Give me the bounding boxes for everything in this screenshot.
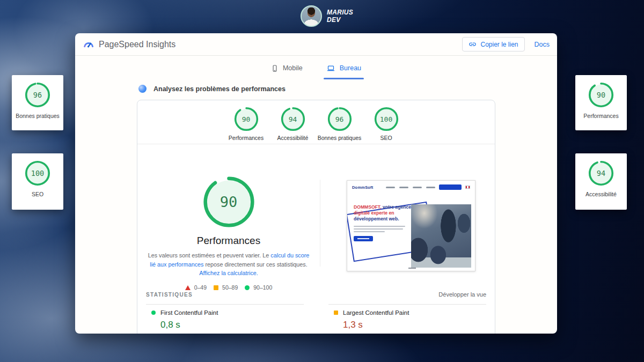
disclaimer-text: Les valeurs sont estimées et peuvent var… (148, 252, 271, 258)
floating-card-bonnes-pratiques: 96 Bonnes pratiques (12, 75, 63, 130)
summary-scores: 90 Performances 94 Accessibilité 96 Bonn… (137, 107, 495, 141)
circle-icon (245, 285, 250, 290)
metrics-row: First Contentful Paint 0,8 s Largest Con… (146, 304, 486, 334)
preview-headline: DOMMSOFT, votre agence digitale experte … (354, 204, 412, 223)
tab-desktop-label: Bureau (340, 64, 361, 72)
laptop-icon (326, 64, 335, 72)
metric-largest-contentful-paint: Largest Contentful Paint 1,3 s (328, 304, 486, 334)
tab-desktop[interactable]: Bureau (325, 56, 363, 80)
score-gauge: 100 (25, 160, 50, 186)
legend-item-fail: 0–49 (185, 284, 207, 291)
score-label: Accessibilité (277, 135, 309, 141)
summary-score-performances: 90 Performances (224, 107, 268, 141)
score-gauge: 96 (327, 107, 352, 131)
legend-range: 0–49 (194, 284, 207, 291)
score-label: Accessibilité (586, 191, 617, 197)
legend-range: 90–100 (253, 284, 272, 291)
copy-link-label: Copier le lien (480, 41, 518, 48)
score-label: Bonnes pratiques (318, 135, 362, 141)
preview-nav-link (399, 187, 408, 188)
metric-value: 0,8 s (160, 320, 304, 330)
pagespeed-header: PageSpeed Insights Copier le lien Docs (75, 33, 557, 56)
preview-hero-text: DOMMSOFT, votre agence digitale experte … (354, 204, 412, 241)
copy-link-button[interactable]: Copier le lien (462, 37, 524, 51)
calculator-link[interactable]: Affichez la calculatrice. (199, 270, 258, 276)
presenter-avatar (301, 5, 322, 27)
page-title: PageSpeed Insights (99, 40, 175, 49)
summary-score-bonnes-pratiques: 96 Bonnes pratiques (318, 107, 362, 141)
metric-first-contentful-paint: First Contentful Paint 0,8 s (146, 304, 304, 334)
floating-card-accessibilite: 94 Accessibilité (575, 153, 627, 210)
performance-section: 90 Performances Les valeurs sont estimée… (137, 144, 495, 290)
preview-nav-link (413, 187, 422, 188)
link-icon (469, 40, 477, 48)
presenter-badge: MARIUS DEV (301, 5, 361, 27)
section-header: Analysez les problèmes de performances (138, 85, 286, 93)
preview-hero-button (354, 236, 373, 241)
screenshot-column: DommSoft DOMMSOFT, votre agence digitale… (320, 144, 495, 290)
legend-range: 50–89 (222, 284, 238, 291)
tab-mobile[interactable]: Mobile (269, 56, 304, 80)
metric-value: 1,3 s (343, 320, 486, 330)
disclaimer-text: repose directement sur ces statistiques. (204, 261, 308, 268)
score-gauge: 90 (588, 82, 614, 108)
preview-flag-icon (465, 186, 470, 189)
preview-paragraph (354, 226, 412, 233)
preview-footer-dash (408, 268, 416, 269)
legend-item-good: 90–100 (245, 284, 272, 291)
score-gauge: 96 (25, 82, 50, 108)
insight-icon (138, 85, 147, 93)
device-tabs: Mobile Bureau (75, 56, 557, 80)
score-disclaimer: Les valeurs sont estimées et peuvent var… (148, 251, 310, 278)
preview-brand: DommSoft (352, 185, 374, 190)
slide-background: { "presenter": { "name": "MARIUS DEV" },… (0, 0, 644, 362)
preview-nav-links (386, 187, 435, 188)
section-title: Analysez les problèmes de performances (153, 85, 286, 93)
mobile-icon (271, 64, 279, 72)
pagespeed-window: PageSpeed Insights Copier le lien Docs M… (75, 33, 557, 334)
preview-nav-link (426, 187, 435, 188)
gauge-title: Performances (137, 235, 320, 247)
good-status-icon (151, 311, 156, 315)
legend-item-average: 50–89 (214, 284, 238, 291)
score-label: Bonnes pratiques (16, 113, 60, 119)
presenter-name: MARIUS DEV (327, 9, 361, 24)
pagespeed-logo-icon (83, 39, 94, 50)
square-icon (214, 285, 218, 290)
score-label: SEO (32, 191, 43, 197)
summary-score-seo: 100 SEO (364, 107, 408, 141)
metric-name: First Contentful Paint (160, 309, 218, 316)
score-label: Performances (229, 135, 264, 141)
score-legend: 0–49 50–89 90–100 (137, 284, 320, 291)
preview-photo (411, 204, 471, 268)
triangle-icon (185, 285, 191, 290)
site-screenshot: DommSoft DOMMSOFT, votre agence digitale… (347, 180, 475, 271)
metric-name: Largest Contentful Paint (343, 309, 409, 316)
score-gauge: 94 (588, 160, 614, 186)
statistics-header: STATISTIQUES Développer la vue (146, 291, 486, 298)
average-status-icon (334, 311, 338, 315)
report-panel: 90 Performances 94 Accessibilité 96 Bonn… (137, 100, 495, 334)
summary-score-accessibilite: 94 Accessibilité (271, 107, 315, 141)
floating-card-seo: 100 SEO (12, 153, 63, 210)
floating-card-performances: 90 Performances (575, 75, 627, 130)
score-gauge: 90 (234, 107, 259, 131)
preview-navbar: DommSoft (347, 181, 475, 194)
performance-gauge-column: 90 Performances Les valeurs sont estimée… (137, 144, 320, 290)
score-label: Performances (583, 113, 618, 119)
expand-view-link[interactable]: Développer la vue (438, 291, 486, 298)
statistics-heading: STATISTIQUES (146, 292, 193, 298)
performance-main-gauge: 90 (203, 176, 255, 228)
docs-link[interactable]: Docs (535, 41, 550, 48)
preview-nav-link (386, 187, 395, 188)
score-gauge: 100 (374, 107, 399, 131)
tab-mobile-label: Mobile (283, 64, 303, 72)
score-label: SEO (380, 135, 392, 141)
score-gauge: 94 (281, 107, 305, 131)
preview-cta-button (439, 184, 462, 190)
